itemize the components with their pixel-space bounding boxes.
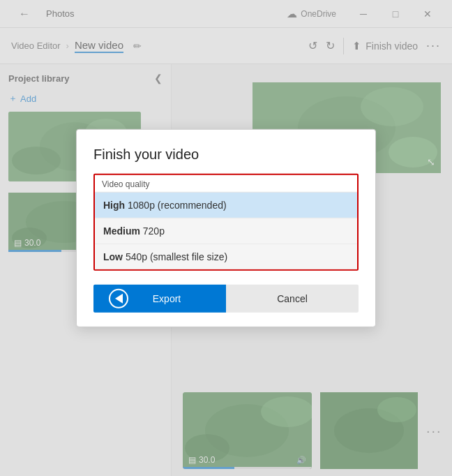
quality-option-low[interactable]: Low 540p (smallest file size) — [95, 244, 357, 269]
export-label: Export — [153, 293, 181, 304]
quality-option-medium[interactable]: Medium 720p — [95, 218, 357, 244]
quality-label: Video quality — [95, 175, 357, 193]
quality-option-high[interactable]: High 1080p (recommended) — [95, 193, 357, 218]
finish-video-modal: Finish your video Video quality High 108… — [76, 129, 376, 327]
quality-medium-detail: 720p — [143, 225, 165, 237]
export-arrow-circle — [109, 289, 128, 308]
quality-medium-label: Medium — [103, 225, 140, 237]
quality-high-detail: 1080p (recommended) — [128, 200, 227, 211]
quality-selection-box: Video quality High 1080p (recommended) M… — [93, 174, 359, 271]
modal-buttons: Export Cancel — [93, 285, 359, 313]
quality-low-detail: 540p (smallest file size) — [126, 251, 227, 262]
cancel-button[interactable]: Cancel — [226, 285, 359, 313]
modal-title: Finish your video — [93, 147, 359, 163]
quality-low-label: Low — [103, 251, 123, 262]
export-arrow-icon — [115, 294, 123, 304]
export-button[interactable]: Export — [93, 285, 226, 313]
quality-high-label: High — [103, 200, 125, 211]
